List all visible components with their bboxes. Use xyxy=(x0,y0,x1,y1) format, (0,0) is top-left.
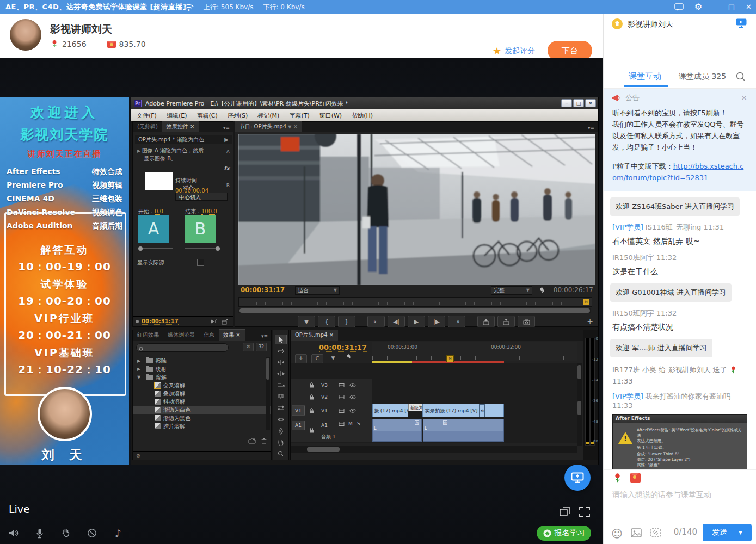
export-icon[interactable] xyxy=(222,319,229,325)
menu-help[interactable]: 帮助(H) xyxy=(352,112,373,120)
tab-sequence[interactable]: 红闪效果 xyxy=(133,330,163,341)
extract-button[interactable] xyxy=(497,316,515,327)
program-hscrollbar[interactable] xyxy=(238,308,591,313)
menu-title[interactable]: 字幕(T) xyxy=(289,112,309,120)
tab-class-interaction[interactable]: 课堂互动 xyxy=(629,71,661,82)
effect-row-selected[interactable]: 渐隐为白色 xyxy=(133,406,271,414)
button-editor-plus[interactable]: + xyxy=(587,317,593,325)
watch-screen-icon[interactable] xyxy=(735,18,747,29)
snap-icon[interactable]: Ƈ xyxy=(311,354,323,363)
tab-effect-controls[interactable]: 效果控件 × xyxy=(162,121,199,132)
close-icon[interactable]: ✕ xyxy=(746,3,752,11)
sync-lock-icon[interactable] xyxy=(339,408,345,413)
menu-edit[interactable]: 编辑(E) xyxy=(167,112,187,120)
timeline-ruler[interactable]: 00:00:31:00 00:00:32:00 xyxy=(372,342,577,361)
member-search-icon[interactable] xyxy=(735,71,746,82)
maximize-icon[interactable]: □ xyxy=(728,3,735,11)
clip-video-2[interactable]: 实景拍摄 (17).mp4 [V]fx xyxy=(422,404,504,417)
start-slider[interactable] xyxy=(138,248,173,249)
track-name[interactable]: A1 xyxy=(321,423,328,428)
mic-icon[interactable] xyxy=(34,527,46,539)
accelerated-effects-button[interactable]: ≋ xyxy=(243,343,254,351)
chat-input[interactable]: 请输入想说的话参与课堂互动 xyxy=(612,490,748,517)
new-folder-icon[interactable] xyxy=(248,438,256,444)
hand-tool-icon[interactable] xyxy=(275,437,287,447)
menu-file[interactable]: 文件(F) xyxy=(137,112,157,120)
fit-dropdown[interactable]: 适合▼ xyxy=(295,286,340,295)
quality-dropdown[interactable]: 完整▼ xyxy=(491,286,532,295)
bit32-effects-button[interactable]: 32 xyxy=(256,343,267,351)
track-badge-v1[interactable]: V1 xyxy=(292,405,305,416)
tab-info[interactable]: 信息 xyxy=(199,330,219,341)
screen-share-float-button[interactable] xyxy=(564,465,591,491)
track-badge-a1[interactable]: A1 xyxy=(292,421,305,430)
pp-close-icon[interactable]: ✕ xyxy=(585,99,596,107)
screenshot-icon[interactable] xyxy=(650,528,661,537)
tab-media-browser[interactable]: 媒体浏览器 xyxy=(163,330,199,341)
play-button[interactable]: ▶ xyxy=(408,316,425,327)
panel-menu-icon[interactable]: ▾≡ xyxy=(585,123,598,132)
start-rating-link[interactable]: 发起评分 xyxy=(505,46,535,56)
mark-out-button[interactable]: } xyxy=(338,316,355,327)
sync-lock-icon[interactable] xyxy=(339,394,345,399)
effect-row[interactable]: 抖动溶解 xyxy=(133,398,271,406)
menu-clip[interactable]: 剪辑(C) xyxy=(196,112,217,120)
send-button[interactable]: 发送 ▼ xyxy=(703,524,752,541)
chat-image-ae-dialog[interactable]: After Effects AfterEffects警告: 类"Effect"没… xyxy=(612,414,747,469)
export-frame-button[interactable] xyxy=(518,316,535,327)
gift-redpacket-icon[interactable] xyxy=(630,473,641,483)
mute-button[interactable]: M xyxy=(348,421,353,426)
folder-row[interactable]: ▶擦除 xyxy=(133,357,271,365)
rate-stretch-tool-icon[interactable] xyxy=(275,380,287,390)
mark-in-button[interactable]: { xyxy=(318,316,335,327)
track-name[interactable]: V2 xyxy=(321,394,328,400)
effects-search-input[interactable] xyxy=(136,343,229,352)
clip-audio-2[interactable]: L fx xyxy=(423,419,504,442)
announcement-close-icon[interactable]: ✕ xyxy=(741,94,747,102)
menu-window[interactable]: 窗口(W) xyxy=(319,112,342,120)
zoom-tool-icon[interactable] xyxy=(275,449,287,459)
trash-icon[interactable] xyxy=(261,438,267,444)
timeline-marker-icon[interactable]: ▼ xyxy=(328,354,339,362)
end-slider[interactable] xyxy=(185,248,220,249)
premiere-titlebar[interactable]: Pr Adobe Premiere Pro - E:\【公开课用的】\素材\PR… xyxy=(131,97,598,109)
start-value[interactable]: 0.0 xyxy=(155,208,163,215)
leave-stage-button[interactable]: 下台 xyxy=(548,41,592,60)
music-icon[interactable]: ♪ xyxy=(112,527,124,539)
rolling-edit-tool-icon[interactable] xyxy=(275,369,287,379)
chat-scroll-area[interactable]: 公告 ✕ 听不到看不到的宝贝，请按F5刷新！ 我们的工作人员不会在教室发QQ号、… xyxy=(604,89,756,469)
track-output-eye-icon[interactable] xyxy=(349,383,356,387)
image-icon[interactable] xyxy=(631,528,642,537)
wrench-icon[interactable] xyxy=(538,287,545,294)
signup-button[interactable]: 报名学习 xyxy=(537,526,591,541)
ban-icon[interactable] xyxy=(86,527,98,539)
folder-row[interactable]: ▶映射 xyxy=(133,365,271,373)
track-output-eye-icon[interactable] xyxy=(349,409,356,413)
timeline-vscrollbar[interactable] xyxy=(577,363,582,446)
lock-icon[interactable] xyxy=(309,394,314,400)
color-swatch[interactable] xyxy=(145,172,173,190)
send-options-caret-icon[interactable]: ▼ xyxy=(739,530,742,535)
slip-tool-icon[interactable] xyxy=(275,403,287,413)
panel-menu-icon[interactable]: ▾≡ xyxy=(220,123,233,132)
solo-button[interactable]: S xyxy=(357,421,360,426)
lock-icon[interactable] xyxy=(309,382,314,388)
settings-gear-icon[interactable]: ⚙ xyxy=(694,2,702,12)
pp-maximize-icon[interactable]: □ xyxy=(573,99,584,107)
audio-track-name[interactable]: 音频 1 xyxy=(321,434,336,441)
menu-marker[interactable]: 标记(M) xyxy=(257,112,279,120)
effect-row[interactable]: 渐隐为黑色 xyxy=(133,414,271,422)
insert-icon[interactable]: ✛ xyxy=(295,354,307,363)
program-scrubber[interactable]: M xyxy=(238,297,592,307)
pp-minimize-icon[interactable]: ─ xyxy=(561,99,572,107)
show-actual-source-checkbox[interactable] xyxy=(197,259,204,266)
ripple-edit-tool-icon[interactable] xyxy=(275,357,287,367)
effect-row[interactable]: 胶片溶解 xyxy=(133,422,271,430)
panel-menu-icon[interactable]: ▾≡ xyxy=(258,332,271,341)
tab-sequence-timeline[interactable]: OP片头.mp4 × xyxy=(291,330,338,341)
timeline-wrench-icon[interactable] xyxy=(343,354,354,362)
add-marker-button[interactable]: ▼ xyxy=(298,316,315,327)
transition-clip[interactable]: 渐隐为 xyxy=(408,404,422,411)
track-select-tool-icon[interactable] xyxy=(275,346,287,356)
folder-row[interactable]: ▼溶解 xyxy=(133,373,271,381)
